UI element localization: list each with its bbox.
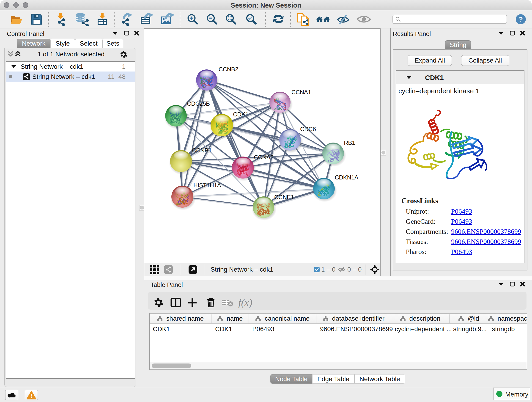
svg-text:CDC6: CDC6 [300,126,316,133]
svg-text:CCNB1: CCNB1 [192,147,212,154]
svg-text:CCNB2: CCNB2 [219,66,238,73]
svg-text:CCNA1: CCNA1 [291,89,311,96]
svg-text:HIST1H1A: HIST1H1A [193,182,221,189]
svg-text:CCNE1: CCNE1 [274,194,294,201]
svg-text:CCNA2: CCNA2 [254,154,273,161]
svg-text:RB1: RB1 [344,139,355,146]
svg-text:CDC25B: CDC25B [187,100,210,107]
svg-text:?: ? [519,15,523,23]
svg-text:CDKN1A: CDKN1A [335,174,359,181]
svg-text:CDK1: CDK1 [233,111,248,118]
